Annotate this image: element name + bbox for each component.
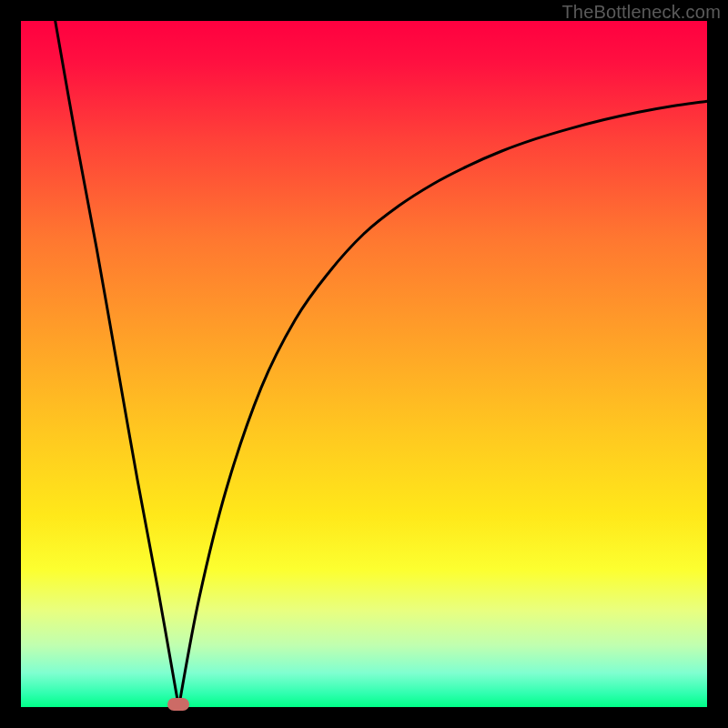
curve-right-branch — [178, 101, 707, 707]
chart-frame: TheBottleneck.com — [0, 0, 728, 728]
watermark-text: TheBottleneck.com — [561, 2, 721, 23]
bottleneck-marker — [167, 698, 189, 711]
curve-left-branch — [56, 21, 179, 707]
curve-layer — [0, 0, 728, 728]
